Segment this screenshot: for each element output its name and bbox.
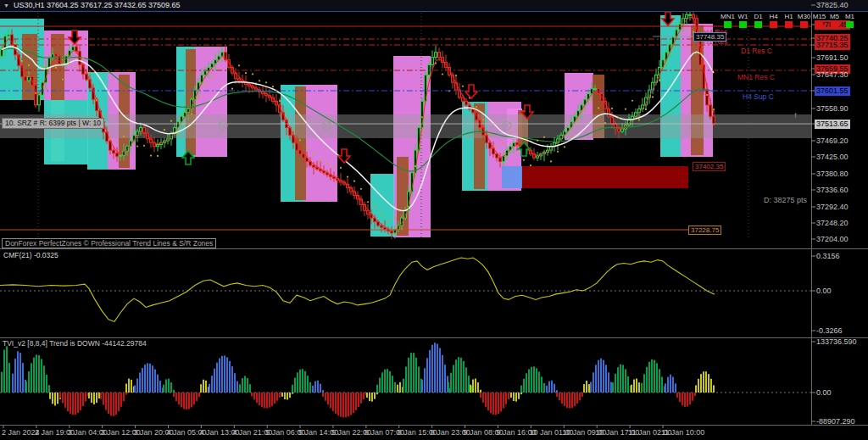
timeframe-label: MN1 <box>721 13 735 20</box>
timeframe-button-h1[interactable]: H1 <box>783 13 794 28</box>
level-line-label: H4 Sup C <box>743 92 774 101</box>
price-axis-label: 37248.20 <box>815 219 850 228</box>
cmf-axis-label: 0.3156 <box>815 252 842 261</box>
timeframe-button-m30[interactable]: M30 <box>798 13 810 28</box>
timeframe-status-square <box>785 21 793 28</box>
sell-arrow-icon <box>338 149 350 163</box>
cmf-axis-label: 0.00 <box>815 287 833 296</box>
price-axis-label: 37292.40 <box>815 203 850 212</box>
timeframe-label: M15 <box>813 13 826 20</box>
timeframe-label: H4 <box>769 13 777 20</box>
price-axis-label: 37469.20 <box>815 136 850 146</box>
timeframe-status-square <box>739 21 747 28</box>
timeframe-label: M1 <box>845 13 854 20</box>
terminal-window: ▼US30,H1 37604.25 37617.25 37432.65 3750… <box>0 0 868 440</box>
timeframe-button-m5[interactable]: M5 <box>829 13 840 28</box>
timeframe-status-square <box>770 21 777 28</box>
tvi-panel <box>0 343 811 417</box>
srz-info-badge: 10. SRZ # R: 6399 pts | W: 10 <box>2 118 104 129</box>
price-axis-label: 37336.60 <box>815 186 850 195</box>
timeframe-label: M30 <box>798 13 811 20</box>
distance-label: D: 38275 pts <box>729 196 807 204</box>
sell-arrow-icon <box>465 85 477 98</box>
main-chart-canvas[interactable] <box>0 0 868 440</box>
scroll-up-icon[interactable]: ↑ <box>793 110 798 120</box>
timeframe-status-square <box>815 21 823 28</box>
price-chart-layer <box>0 8 811 425</box>
tvi-axis-label: -88907.290 <box>815 417 857 426</box>
timeframe-label: D1 <box>754 13 762 20</box>
tvi-indicator-label: TVI_v2 [8,8,4] Trend is DOWN -44142.2978… <box>3 339 147 348</box>
price-tag: 37748.35 <box>693 32 726 42</box>
price-tag: 37228.75 <box>688 226 721 235</box>
level-line-label: D1 Res C <box>741 47 772 55</box>
timeframe-toolbar: MN1W1D1H4H1M30M15M5M1 <box>722 13 855 28</box>
tvi-axis-label: 133736.590 <box>815 337 859 347</box>
cmf-indicator-label: CMF(21) -0.0325 <box>3 251 58 259</box>
timeframe-label: M5 <box>830 13 839 20</box>
cmf-axis-label: -0.3266 <box>815 326 844 336</box>
timeframe-button-d1[interactable]: D1 <box>753 13 764 28</box>
price-axis-label: 37601.55 <box>815 86 850 96</box>
timeframe-status-square <box>724 21 732 28</box>
timeframe-button-mn1[interactable]: MN1 <box>722 13 733 28</box>
price-axis-label: 37825.40 <box>815 1 850 10</box>
price-axis-label: 37715.35 <box>815 41 850 50</box>
price-axis-label: 37647.30 <box>815 70 850 80</box>
timeframe-button-w1[interactable]: W1 <box>737 13 748 28</box>
timeframe-label: W1 <box>738 13 748 20</box>
tvi-axis-label: 0.00 <box>815 388 833 398</box>
timeframe-status-square <box>831 21 838 28</box>
timeframe-button-m1[interactable]: M1 <box>844 13 855 28</box>
timeframe-label: H1 <box>784 13 793 20</box>
price-tag: 37402.35 <box>693 162 726 171</box>
timeframe-status-square <box>846 21 854 28</box>
timeframe-status-square <box>800 21 808 28</box>
cmf-panel <box>0 258 811 321</box>
price-axis-label: 37558.90 <box>815 104 850 114</box>
timeframe-button-h4[interactable]: H4 <box>768 13 779 28</box>
price-axis-label: 37204.00 <box>815 235 850 244</box>
donforex-copyright-badge: DonForex PerfectZones © Professional Tre… <box>2 238 216 248</box>
price-axis-label: 37425.00 <box>815 153 850 162</box>
timeframe-status-square <box>754 21 762 28</box>
cmf-line <box>0 258 715 321</box>
srz-band <box>0 114 811 138</box>
price-axis-label: 37380.80 <box>815 170 850 179</box>
time-axis-label: 2 Jan 2024 <box>2 428 40 437</box>
timeframe-button-m15[interactable]: M15 <box>814 13 825 28</box>
price-axis-label: 37691.50 <box>815 53 850 63</box>
time-axis-label: 11 Jan 10:00 <box>661 428 704 437</box>
price-axis-label: 37513.65 <box>815 120 850 129</box>
level-line-label: MN1 Res C <box>737 73 775 81</box>
